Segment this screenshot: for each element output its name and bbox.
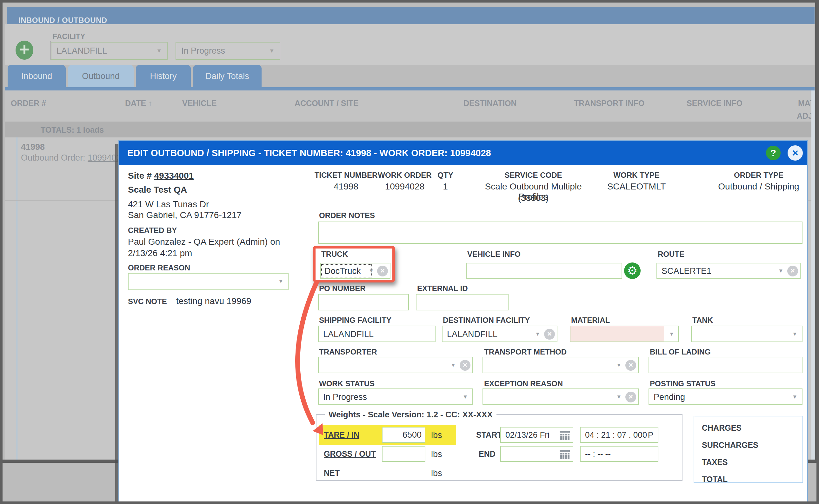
- tare-input[interactable]: 6500: [382, 427, 425, 443]
- status-select[interactable]: In Progress ▼: [176, 42, 280, 60]
- posting-status-combobox[interactable]: Pending ▼: [649, 388, 802, 405]
- ticket-number-value: 41998: [314, 182, 378, 192]
- vehicle-info-input[interactable]: [466, 263, 622, 279]
- start-time-value: 04 : 21 : 07 . 000: [585, 428, 647, 442]
- help-button[interactable]: ?: [766, 146, 781, 160]
- work-order-value: 10994028: [373, 182, 436, 192]
- chevron-down-icon[interactable]: ▼: [792, 389, 797, 405]
- start-time-input[interactable]: 04 : 21 : 07 . 000 P: [580, 427, 658, 443]
- gear-icon: ⚙: [627, 264, 637, 277]
- material-combobox[interactable]: ▼: [570, 326, 679, 342]
- tab-outbound[interactable]: Outbound: [68, 65, 134, 87]
- clear-icon[interactable]: ×: [625, 360, 636, 371]
- edit-outbound-modal: EDIT OUTBOUND / SHIPPING - TICKET NUMBER…: [118, 140, 808, 502]
- created-by-line1: Paul Gonzalez - QA Expert (Admin) on: [128, 237, 280, 247]
- col-header-transport[interactable]: TRANSPORT INFO: [574, 99, 644, 108]
- destination-facility-combobox[interactable]: LALANDFILL ▼ ×: [442, 326, 557, 342]
- transport-method-combobox[interactable]: ▼ ×: [483, 357, 639, 373]
- col-header-vehicle[interactable]: VEHICLE: [182, 99, 216, 108]
- tank-label: TANK: [692, 316, 713, 325]
- row-outbound-order[interactable]: Outbound Order: 10994028: [21, 153, 126, 163]
- chevron-down-icon[interactable]: ▼: [669, 326, 674, 342]
- chevron-down-icon[interactable]: ▼: [616, 389, 622, 405]
- annotation-arrow: [290, 281, 344, 446]
- transport-method-label: TRANSPORT METHOD: [484, 348, 567, 356]
- facility-select[interactable]: LALANDFILL ▼: [51, 42, 168, 60]
- totals-row: TOTALS: 1 loads: [5, 122, 815, 137]
- tab-inbound[interactable]: Inbound: [8, 65, 66, 87]
- col-header-account-site[interactable]: ACCOUNT / SITE: [295, 99, 358, 108]
- add-order-button[interactable]: +: [16, 41, 33, 60]
- exception-reason-combobox[interactable]: ▼ ×: [483, 388, 639, 405]
- chevron-down-icon: ▼: [269, 43, 275, 59]
- chevron-down-icon[interactable]: ▼: [616, 357, 622, 373]
- qty-label: QTY: [429, 171, 461, 180]
- close-button[interactable]: ×: [788, 145, 803, 161]
- gear-button[interactable]: ⚙: [624, 262, 641, 279]
- bill-of-lading-input[interactable]: [649, 357, 802, 373]
- facility-select-value: LALANDFILL: [57, 46, 107, 56]
- tank-combobox[interactable]: ▼: [691, 326, 802, 342]
- surcharges-label: SURCHARGES: [702, 441, 758, 450]
- order-notes-label: ORDER NOTES: [319, 211, 375, 220]
- ticket-number-label: TICKET NUMBER: [314, 171, 378, 180]
- calendar-icon[interactable]: [559, 430, 570, 440]
- gross-input[interactable]: [382, 446, 425, 462]
- chevron-down-icon[interactable]: ▼: [792, 326, 797, 342]
- vehicle-info-label: VEHICLE INFO: [467, 250, 521, 259]
- tab-history[interactable]: History: [136, 65, 191, 87]
- chevron-down-icon[interactable]: ▼: [450, 357, 456, 373]
- modal-title: EDIT OUTBOUND / SHIPPING - TICKET NUMBER…: [127, 148, 491, 158]
- posting-status-value: Pending: [654, 389, 685, 405]
- facility-label: FACILITY: [53, 32, 85, 41]
- start-label: START: [476, 430, 502, 440]
- route-combobox[interactable]: SCALERTE1 ▼ ×: [656, 263, 801, 279]
- order-reason-select[interactable]: ▼: [128, 273, 289, 290]
- order-notes-textarea[interactable]: [318, 222, 802, 244]
- list-left-accent: [17, 137, 17, 460]
- end-label: END: [479, 449, 496, 459]
- chevron-down-icon[interactable]: ▼: [535, 326, 540, 342]
- taxes-label: TAXES: [702, 458, 728, 467]
- tare-value: 6500: [403, 428, 422, 442]
- site-address-1: 421 W Las Tunas Dr: [128, 199, 209, 209]
- col-header-service[interactable]: SERVICE INFO: [687, 99, 742, 108]
- gross-unit: lbs: [431, 449, 442, 459]
- work-type-label: WORK TYPE: [605, 171, 668, 180]
- scrollbar[interactable]: [811, 90, 815, 460]
- clear-icon[interactable]: ×: [544, 329, 555, 340]
- clear-icon[interactable]: ×: [625, 392, 636, 402]
- site-number-link[interactable]: 49334001: [154, 171, 194, 181]
- tab-daily-totals[interactable]: Daily Totals: [193, 65, 262, 87]
- modal-title-bar: EDIT OUTBOUND / SHIPPING - TICKET NUMBER…: [119, 141, 807, 165]
- chevron-down-icon[interactable]: ▼: [463, 389, 468, 405]
- net-label: NET: [324, 468, 340, 478]
- site-address-2: San Gabriel, CA 91776-1217: [128, 210, 242, 220]
- end-date-input[interactable]: [500, 446, 573, 462]
- end-time-input[interactable]: -- : -- --: [580, 446, 658, 462]
- charges-label: CHARGES: [702, 423, 742, 433]
- plus-icon: +: [19, 40, 30, 59]
- gross-out-label[interactable]: GROSS / OUT: [324, 449, 376, 459]
- svc-note-value: testing navu 19969: [176, 296, 251, 306]
- service-code-label: SERVICE CODE: [470, 171, 597, 180]
- col-header-date[interactable]: DATE ↑: [125, 99, 152, 108]
- chevron-down-icon[interactable]: ▼: [778, 263, 783, 279]
- row-order-number[interactable]: 41998: [21, 142, 45, 152]
- calendar-icon[interactable]: [559, 449, 570, 459]
- order-reason-label: ORDER REASON: [128, 263, 190, 272]
- question-icon: ?: [770, 148, 776, 158]
- start-meridiem: P: [648, 428, 653, 442]
- col-header-destination[interactable]: DESTINATION: [463, 99, 517, 108]
- col-header-order[interactable]: ORDER #: [11, 99, 46, 108]
- clear-icon[interactable]: ×: [787, 266, 798, 276]
- work-order-label: WORK ORDER: [373, 171, 436, 180]
- clear-icon[interactable]: ×: [460, 360, 470, 371]
- totals-text: TOTALS: 1 loads: [41, 125, 104, 135]
- start-date-input[interactable]: 02/13/26 Fri: [500, 427, 573, 443]
- chevron-down-icon: ▼: [278, 274, 283, 289]
- work-type-value: SCALEOTMLT: [605, 182, 668, 192]
- external-id-input[interactable]: [416, 294, 509, 310]
- weights-legend: Weights - Scale Version: 1.2 - CC: XX-XX…: [325, 410, 496, 420]
- created-by-label: CREATED BY: [128, 226, 177, 235]
